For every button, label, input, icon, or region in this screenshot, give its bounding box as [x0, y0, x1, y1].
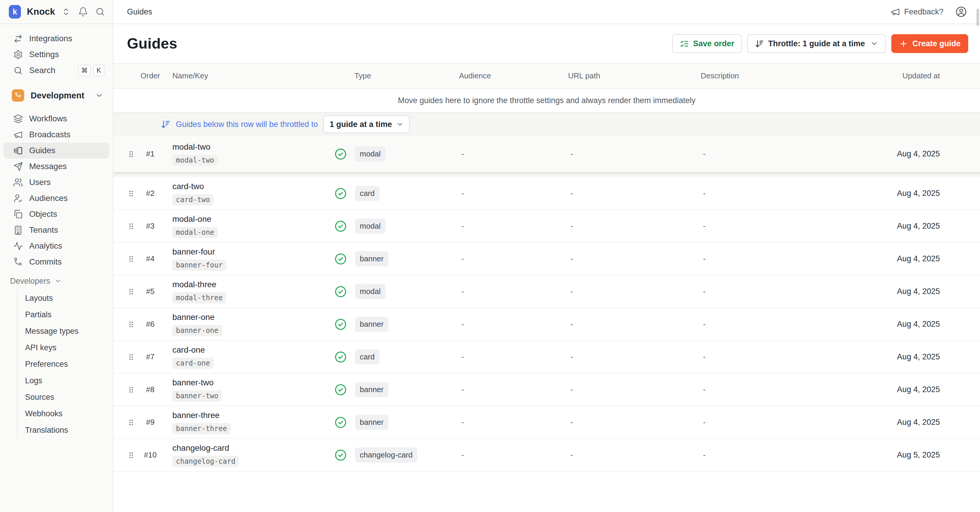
sidebar-item-label: Objects: [29, 210, 57, 219]
sidebar-item-label: Sources: [25, 393, 54, 402]
description-value: -: [696, 149, 885, 159]
table-row[interactable]: #6 banner-one banner-one banner - - - Au…: [113, 308, 980, 341]
logo-letter: k: [13, 7, 17, 16]
brand-name: Knock: [27, 6, 55, 17]
sidebar-item-partials[interactable]: Partials: [18, 306, 113, 323]
url-path-value: -: [563, 221, 696, 231]
drag-handle-icon[interactable]: [127, 418, 135, 427]
drag-handle-icon[interactable]: [127, 189, 135, 198]
sidebar-item-settings[interactable]: Settings: [3, 46, 109, 62]
guide-name: modal-two: [172, 142, 210, 152]
sidebar-item-sources[interactable]: Sources: [18, 389, 113, 405]
row-order: #3: [137, 221, 164, 231]
url-path-value: -: [563, 450, 696, 460]
drag-handle-icon[interactable]: [127, 287, 135, 296]
unthrottled-dropzone[interactable]: Move guides here to ignore the throttle …: [113, 89, 980, 112]
sidebar-item-users[interactable]: Users: [3, 174, 109, 190]
sidebar-item-messages[interactable]: Messages: [3, 159, 109, 174]
sidebar-item-broadcasts[interactable]: Broadcasts: [3, 127, 109, 143]
person-check-icon: [13, 194, 23, 203]
sidebar-item-tenants[interactable]: Tenants: [3, 222, 109, 238]
guide-key-badge: modal-one: [172, 227, 218, 238]
workspace-switcher-icon[interactable]: [61, 7, 71, 17]
sidebar-item-commits[interactable]: Commits: [3, 254, 109, 270]
drag-handle-icon[interactable]: [127, 320, 135, 329]
throttle-divider-row: Guides below this row will be throttled …: [113, 112, 980, 136]
throttle-dropdown-button[interactable]: Throttle: 1 guide at a time: [747, 34, 886, 53]
environment-switcher[interactable]: Development: [3, 86, 109, 105]
megaphone-icon: [13, 130, 23, 140]
sidebar-item-workflows[interactable]: Workflows: [3, 111, 109, 127]
search-icon[interactable]: [95, 7, 105, 17]
sidebar-item-analytics[interactable]: Analytics: [3, 238, 109, 254]
create-guide-button[interactable]: Create guide: [891, 34, 968, 53]
url-path-value: -: [563, 149, 696, 159]
sidebar-item-audiences[interactable]: Audiences: [3, 190, 109, 206]
feedback-button[interactable]: Feedback?: [891, 7, 943, 17]
guide-name: modal-three: [172, 280, 216, 289]
sidebar-item-label: Settings: [29, 50, 59, 59]
status-active-check-icon: [334, 253, 347, 266]
table-row[interactable]: #1 modal-two modal-two modal - - - Aug 4…: [113, 136, 980, 172]
drag-handle-icon[interactable]: [127, 451, 135, 460]
table-row[interactable]: #3 modal-one modal-one modal - - - Aug 4…: [113, 210, 980, 243]
table-row[interactable]: #9 banner-three banner-three banner - - …: [113, 406, 980, 439]
drag-handle-icon[interactable]: [127, 149, 135, 159]
audience-value: -: [454, 189, 563, 198]
sidebar-item-api-keys[interactable]: API keys: [18, 339, 113, 356]
sidebar-item-label: Search: [29, 66, 56, 75]
table-row[interactable]: #5 modal-three modal-three modal - - - A…: [113, 275, 980, 308]
sidebar-nav: Integrations Settings Search ⌘ K Develop…: [0, 24, 113, 438]
guide-name: banner-four: [172, 247, 215, 257]
sidebar-item-objects[interactable]: Objects: [3, 206, 109, 222]
guide-name: changelog-card: [172, 444, 229, 453]
k-keycap: K: [93, 65, 105, 76]
guide-name: banner-three: [172, 411, 220, 420]
sidebar-item-integrations[interactable]: Integrations: [3, 31, 109, 46]
developers-section-toggle[interactable]: Developers: [3, 273, 109, 289]
sidebar-item-message-types[interactable]: Message types: [18, 323, 113, 339]
dropzone-text: Move guides here to ignore the throttle …: [398, 96, 695, 105]
sidebar-item-translations[interactable]: Translations: [18, 422, 113, 438]
updated-at-value: Aug 4, 2025: [885, 149, 940, 159]
updated-at-value: Aug 4, 2025: [885, 320, 940, 329]
save-order-button[interactable]: Save order: [672, 34, 742, 53]
table-body: #1 modal-two modal-two modal - - - Aug 4…: [113, 136, 980, 472]
user-avatar[interactable]: [955, 6, 967, 17]
guide-key-badge: banner-three: [172, 423, 231, 434]
status-active-check-icon: [334, 383, 347, 396]
sidebar-item-logs[interactable]: Logs: [18, 372, 113, 389]
row-order: #1: [137, 149, 164, 159]
environment-name: Development: [31, 91, 84, 100]
notifications-bell-icon[interactable]: [78, 7, 88, 17]
drag-handle-icon[interactable]: [127, 353, 135, 361]
sidebar-item-layouts[interactable]: Layouts: [18, 290, 113, 306]
git-commit-icon: [13, 257, 23, 267]
sidebar-item-label: Analytics: [29, 241, 62, 251]
table-row[interactable]: #4 banner-four banner-four banner - - - …: [113, 243, 980, 275]
knock-logo: k: [9, 5, 21, 19]
table-row[interactable]: #8 banner-two banner-two banner - - - Au…: [113, 374, 980, 406]
page-header: Guides Save order Throttle: 1 guide at a…: [113, 24, 980, 63]
drag-handle-icon[interactable]: [127, 254, 135, 263]
row-drop-gap: [113, 172, 980, 177]
table-row[interactable]: #7 card-one card-one card - - - Aug 4, 2…: [113, 341, 980, 374]
drag-handle-icon[interactable]: [127, 385, 135, 394]
table-row[interactable]: #2 card-two card-two card - - - Aug 4, 2…: [113, 177, 980, 210]
topbar: Guides Feedback?: [113, 0, 980, 24]
chevron-down-icon: [870, 40, 878, 48]
breadcrumb: Guides: [127, 7, 152, 16]
throttle-inline-dropdown[interactable]: 1 guide at a time: [323, 116, 410, 133]
guide-type-badge: banner: [355, 415, 388, 430]
sidebar-item-guides[interactable]: Guides: [3, 143, 109, 159]
sidebar-item-webhooks[interactable]: Webhooks: [18, 405, 113, 422]
table-row[interactable]: #10 changelog-card changelog-card change…: [113, 439, 980, 472]
guide-name: banner-two: [172, 378, 214, 387]
description-value: -: [696, 352, 885, 361]
vertical-scrollbar-thumb[interactable]: [977, 9, 979, 26]
guides-table: Order Name/Key Type Audience URL path De…: [113, 63, 980, 472]
url-path-value: -: [563, 418, 696, 427]
drag-handle-icon[interactable]: [127, 222, 135, 231]
sidebar-item-search[interactable]: Search ⌘ K: [3, 62, 109, 78]
sidebar-item-preferences[interactable]: Preferences: [18, 356, 113, 372]
